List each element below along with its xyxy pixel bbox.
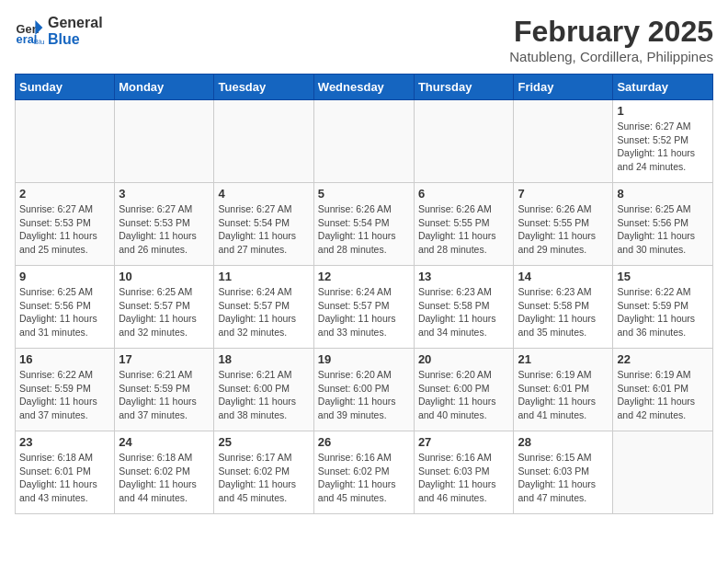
day-number: 22 (617, 352, 709, 366)
day-info: Sunrise: 6:22 AM Sunset: 5:59 PM Dayligh… (617, 285, 709, 339)
calendar-cell: 22Sunrise: 6:19 AM Sunset: 6:01 PM Dayli… (613, 349, 713, 431)
day-info: Sunrise: 6:26 AM Sunset: 5:54 PM Dayligh… (318, 202, 410, 257)
day-number: 18 (218, 352, 309, 366)
calendar-cell: 15Sunrise: 6:22 AM Sunset: 5:59 PM Dayli… (613, 266, 713, 349)
day-number: 21 (518, 352, 609, 366)
header-tuesday: Tuesday (214, 75, 313, 100)
day-info: Sunrise: 6:20 AM Sunset: 6:00 PM Dayligh… (418, 368, 510, 422)
day-number: 19 (318, 352, 410, 366)
calendar-cell: 21Sunrise: 6:19 AM Sunset: 6:01 PM Dayli… (514, 349, 613, 431)
calendar-cell: 28Sunrise: 6:15 AM Sunset: 6:03 PM Dayli… (514, 431, 613, 514)
day-info: Sunrise: 6:18 AM Sunset: 6:01 PM Dayligh… (19, 451, 110, 505)
month-title: February 2025 (509, 15, 713, 49)
day-number: 4 (218, 187, 309, 201)
day-info: Sunrise: 6:27 AM Sunset: 5:52 PM Dayligh… (617, 120, 709, 174)
week-row-4: 16Sunrise: 6:22 AM Sunset: 5:59 PM Dayli… (16, 349, 713, 431)
week-row-3: 9Sunrise: 6:25 AM Sunset: 5:56 PM Daylig… (16, 266, 713, 349)
calendar-header-row: Sunday Monday Tuesday Wednesday Thursday… (16, 75, 713, 100)
header-friday: Friday (514, 75, 613, 100)
day-number: 1 (617, 104, 709, 118)
day-info: Sunrise: 6:21 AM Sunset: 5:59 PM Dayligh… (119, 368, 210, 422)
header: Gen eral Blue General Blue February 2025… (15, 15, 713, 64)
calendar-cell: 3Sunrise: 6:27 AM Sunset: 5:53 PM Daylig… (115, 183, 214, 266)
day-number: 10 (119, 270, 210, 283)
calendar-cell: 1Sunrise: 6:27 AM Sunset: 5:52 PM Daylig… (613, 100, 713, 183)
calendar-cell: 10Sunrise: 6:25 AM Sunset: 5:57 PM Dayli… (115, 266, 214, 349)
day-info: Sunrise: 6:26 AM Sunset: 5:55 PM Dayligh… (518, 202, 609, 257)
day-number: 11 (218, 270, 309, 283)
day-info: Sunrise: 6:22 AM Sunset: 5:59 PM Dayligh… (19, 368, 110, 422)
logo-icon: Gen eral Blue (15, 17, 44, 46)
header-wednesday: Wednesday (313, 75, 414, 100)
day-info: Sunrise: 6:27 AM Sunset: 5:53 PM Dayligh… (119, 202, 210, 257)
calendar-cell: 23Sunrise: 6:18 AM Sunset: 6:01 PM Dayli… (16, 431, 115, 514)
day-number: 16 (19, 352, 110, 366)
calendar-cell: 5Sunrise: 6:26 AM Sunset: 5:54 PM Daylig… (313, 183, 414, 266)
calendar-cell: 2Sunrise: 6:27 AM Sunset: 5:53 PM Daylig… (16, 183, 115, 266)
day-info: Sunrise: 6:19 AM Sunset: 6:01 PM Dayligh… (518, 368, 609, 422)
calendar: Sunday Monday Tuesday Wednesday Thursday… (15, 74, 713, 514)
header-monday: Monday (115, 75, 214, 100)
calendar-cell: 13Sunrise: 6:23 AM Sunset: 5:58 PM Dayli… (414, 266, 514, 349)
day-number: 9 (19, 270, 110, 283)
day-info: Sunrise: 6:15 AM Sunset: 6:03 PM Dayligh… (518, 451, 609, 505)
day-number: 15 (617, 270, 709, 283)
logo: Gen eral Blue General Blue (15, 15, 103, 47)
location: Natubleng, Cordillera, Philippines (509, 49, 713, 64)
week-row-1: 1Sunrise: 6:27 AM Sunset: 5:52 PM Daylig… (16, 100, 713, 183)
calendar-cell (613, 431, 713, 514)
day-number: 24 (119, 435, 210, 449)
day-number: 28 (518, 435, 609, 449)
day-number: 2 (19, 187, 110, 201)
calendar-cell: 24Sunrise: 6:18 AM Sunset: 6:02 PM Dayli… (115, 431, 214, 514)
calendar-cell: 14Sunrise: 6:23 AM Sunset: 5:58 PM Dayli… (514, 266, 613, 349)
calendar-cell (214, 100, 313, 183)
logo-line1: General (48, 15, 103, 31)
day-number: 7 (518, 187, 609, 201)
calendar-cell: 25Sunrise: 6:17 AM Sunset: 6:02 PM Dayli… (214, 431, 313, 514)
header-saturday: Saturday (613, 75, 713, 100)
calendar-cell: 6Sunrise: 6:26 AM Sunset: 5:55 PM Daylig… (414, 183, 514, 266)
day-info: Sunrise: 6:25 AM Sunset: 5:56 PM Dayligh… (19, 285, 110, 339)
day-info: Sunrise: 6:23 AM Sunset: 5:58 PM Dayligh… (418, 285, 510, 339)
calendar-cell: 11Sunrise: 6:24 AM Sunset: 5:57 PM Dayli… (214, 266, 313, 349)
day-number: 14 (518, 270, 609, 283)
calendar-cell (115, 100, 214, 183)
day-number: 20 (418, 352, 510, 366)
day-info: Sunrise: 6:21 AM Sunset: 6:00 PM Dayligh… (218, 368, 309, 422)
week-row-2: 2Sunrise: 6:27 AM Sunset: 5:53 PM Daylig… (16, 183, 713, 266)
day-number: 27 (418, 435, 510, 449)
calendar-cell: 4Sunrise: 6:27 AM Sunset: 5:54 PM Daylig… (214, 183, 313, 266)
logo-line2: Blue (48, 31, 103, 48)
day-number: 8 (617, 187, 709, 201)
day-info: Sunrise: 6:27 AM Sunset: 5:53 PM Dayligh… (19, 202, 110, 257)
day-number: 3 (119, 187, 210, 201)
day-info: Sunrise: 6:24 AM Sunset: 5:57 PM Dayligh… (318, 285, 410, 339)
calendar-cell: 26Sunrise: 6:16 AM Sunset: 6:02 PM Dayli… (313, 431, 414, 514)
calendar-cell: 18Sunrise: 6:21 AM Sunset: 6:00 PM Dayli… (214, 349, 313, 431)
calendar-cell (514, 100, 613, 183)
calendar-cell (414, 100, 514, 183)
day-number: 26 (318, 435, 410, 449)
calendar-cell: 7Sunrise: 6:26 AM Sunset: 5:55 PM Daylig… (514, 183, 613, 266)
calendar-cell: 20Sunrise: 6:20 AM Sunset: 6:00 PM Dayli… (414, 349, 514, 431)
calendar-cell: 12Sunrise: 6:24 AM Sunset: 5:57 PM Dayli… (313, 266, 414, 349)
calendar-cell: 17Sunrise: 6:21 AM Sunset: 5:59 PM Dayli… (115, 349, 214, 431)
day-info: Sunrise: 6:16 AM Sunset: 6:03 PM Dayligh… (418, 451, 510, 505)
day-info: Sunrise: 6:20 AM Sunset: 6:00 PM Dayligh… (318, 368, 410, 422)
day-number: 25 (218, 435, 309, 449)
day-number: 6 (418, 187, 510, 201)
svg-text:Blue: Blue (34, 38, 44, 46)
day-number: 23 (19, 435, 110, 449)
calendar-cell: 9Sunrise: 6:25 AM Sunset: 5:56 PM Daylig… (16, 266, 115, 349)
day-info: Sunrise: 6:25 AM Sunset: 5:57 PM Dayligh… (119, 285, 210, 339)
calendar-cell (16, 100, 115, 183)
title-area: February 2025 Natubleng, Cordillera, Phi… (509, 15, 713, 64)
day-info: Sunrise: 6:23 AM Sunset: 5:58 PM Dayligh… (518, 285, 609, 339)
day-number: 17 (119, 352, 210, 366)
day-number: 12 (318, 270, 410, 283)
day-info: Sunrise: 6:19 AM Sunset: 6:01 PM Dayligh… (617, 368, 709, 422)
day-number: 13 (418, 270, 510, 283)
day-info: Sunrise: 6:24 AM Sunset: 5:57 PM Dayligh… (218, 285, 309, 339)
header-sunday: Sunday (16, 75, 115, 100)
